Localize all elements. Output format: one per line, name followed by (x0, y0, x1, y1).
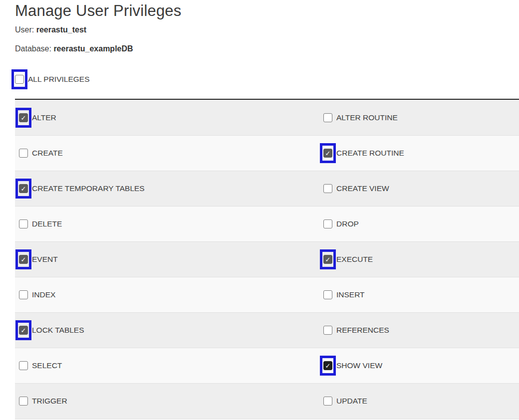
checkbox-alter-routine[interactable] (323, 113, 332, 122)
privilege-label-event[interactable]: EVENT (32, 255, 58, 264)
table-row: DELETE DROP (15, 206, 519, 241)
checkbox-wrap (19, 219, 28, 228)
checkbox-wrap: ✓ (323, 255, 332, 264)
page-header: Manage User Privileges User: reerastu_te… (0, 0, 519, 54)
privilege-label-update[interactable]: UPDATE (336, 397, 367, 406)
checkbox-references[interactable] (323, 326, 332, 335)
table-row: ✓ LOCK TABLES REFERENCES (15, 312, 519, 348)
database-value: reerastu_exampleDB (53, 44, 133, 53)
database-line: Database: reerastu_exampleDB (15, 44, 519, 54)
table-row: ✓ CREATE TEMPORARY TABLES CREATE VIEW (15, 171, 519, 206)
checkbox-wrap: ✓ (323, 149, 332, 158)
checkbox-wrap (19, 397, 28, 406)
privilege-label-create-routine[interactable]: CREATE ROUTINE (336, 149, 404, 158)
privilege-label-create-temporary-tables[interactable]: CREATE TEMPORARY TABLES (32, 184, 145, 193)
privilege-label-select[interactable]: SELECT (32, 361, 62, 370)
privilege-label-delete[interactable]: DELETE (32, 219, 62, 228)
table-row: ✓ EVENT ✓ EXECUTE (15, 241, 519, 277)
privilege-option[interactable]: ✓ EXECUTE (319, 242, 519, 277)
privilege-label-drop[interactable]: DROP (336, 219, 359, 228)
checkbox-delete[interactable] (19, 219, 28, 228)
privilege-option[interactable]: ALTER ROUTINE (319, 100, 519, 135)
checkbox-wrap (323, 184, 332, 193)
privilege-option[interactable]: SELECT (15, 348, 319, 383)
checkbox-index[interactable] (19, 290, 28, 299)
privilege-label-show-view[interactable]: SHOW VIEW (336, 361, 382, 370)
privilege-option[interactable]: INDEX (15, 277, 319, 312)
privilege-option[interactable]: INSERT (319, 277, 519, 312)
checkbox-wrap: ✓ (19, 255, 28, 264)
database-label: Database: (15, 44, 51, 53)
privilege-option[interactable]: ✓ CREATE ROUTINE (319, 136, 519, 171)
privilege-option[interactable]: ✓ LOCK TABLES (15, 313, 319, 348)
checkbox-trigger[interactable] (19, 397, 28, 406)
checkbox-create-view[interactable] (323, 184, 332, 193)
checkbox-lock-tables[interactable]: ✓ (19, 326, 28, 335)
checkbox-wrap: ✓ (323, 361, 332, 370)
user-value: reerastu_test (36, 25, 87, 34)
privilege-option[interactable]: ✓ EVENT (15, 242, 319, 277)
checkbox-insert[interactable] (323, 290, 332, 299)
table-row: SELECT ✓ SHOW VIEW (15, 348, 519, 383)
privilege-option[interactable]: ✓ SHOW VIEW (319, 348, 519, 383)
checkbox-wrap (323, 326, 332, 335)
privilege-label-alter[interactable]: ALTER (32, 113, 56, 122)
checkbox-execute[interactable]: ✓ (323, 255, 332, 264)
checkbox-create[interactable] (19, 149, 28, 158)
all-privileges-option[interactable]: ALL PRIVILEGES (15, 75, 519, 84)
privileges-rows: ✓ ALTER ALTER ROUTINE CREATE ✓ (15, 100, 519, 419)
privilege-option[interactable]: ✓ ALTER (15, 100, 319, 135)
user-line: User: reerastu_test (15, 25, 519, 35)
checkbox-alter[interactable]: ✓ (19, 113, 28, 122)
table-row: CREATE ✓ CREATE ROUTINE (15, 135, 519, 171)
checkbox-wrap (19, 290, 28, 299)
privilege-option[interactable]: ✓ CREATE TEMPORARY TABLES (15, 171, 319, 206)
privilege-label-references[interactable]: REFERENCES (336, 326, 389, 335)
checkbox-wrap: ✓ (19, 326, 28, 335)
all-privileges-checkbox-wrap (15, 75, 24, 84)
user-label: User: (15, 25, 34, 34)
privilege-option[interactable]: REFERENCES (319, 313, 519, 348)
privilege-option[interactable]: CREATE VIEW (319, 171, 519, 206)
table-row: INDEX INSERT (15, 277, 519, 312)
privilege-option[interactable]: CREATE (15, 136, 319, 171)
privilege-label-index[interactable]: INDEX (32, 290, 55, 299)
privileges-table: ✓ ALTER ALTER ROUTINE CREATE ✓ (15, 99, 519, 420)
checkbox-event[interactable]: ✓ (19, 255, 28, 264)
privilege-label-alter-routine[interactable]: ALTER ROUTINE (336, 113, 398, 122)
privilege-option[interactable]: DELETE (15, 207, 319, 241)
checkbox-wrap (19, 149, 28, 158)
checkbox-show-view[interactable]: ✓ (323, 361, 332, 370)
privilege-label-trigger[interactable]: TRIGGER (32, 397, 67, 406)
checkbox-wrap (323, 290, 332, 299)
table-row: ✓ ALTER ALTER ROUTINE (15, 100, 519, 135)
privilege-label-lock-tables[interactable]: LOCK TABLES (32, 326, 84, 335)
privilege-label-create[interactable]: CREATE (32, 149, 63, 158)
checkbox-wrap (19, 361, 28, 370)
checkbox-create-routine[interactable]: ✓ (323, 149, 332, 158)
page-title: Manage User Privileges (15, 0, 519, 21)
checkbox-wrap: ✓ (19, 184, 28, 193)
table-row: TRIGGER UPDATE (15, 383, 519, 419)
privilege-option[interactable]: UPDATE (319, 384, 519, 419)
privilege-label-create-view[interactable]: CREATE VIEW (336, 184, 389, 193)
privilege-label-execute[interactable]: EXECUTE (336, 255, 373, 264)
all-privileges-label[interactable]: ALL PRIVILEGES (28, 75, 90, 84)
checkbox-create-temporary-tables[interactable]: ✓ (19, 184, 28, 193)
privilege-option[interactable]: DROP (319, 207, 519, 241)
checkbox-update[interactable] (323, 397, 332, 406)
checkbox-all-privileges[interactable] (15, 75, 24, 84)
privilege-label-insert[interactable]: INSERT (336, 290, 365, 299)
privilege-option[interactable]: TRIGGER (15, 384, 319, 419)
checkbox-wrap (323, 219, 332, 228)
checkbox-wrap: ✓ (19, 113, 28, 122)
checkbox-wrap (323, 397, 332, 406)
checkbox-wrap (323, 113, 332, 122)
checkbox-select[interactable] (19, 361, 28, 370)
checkbox-drop[interactable] (323, 219, 332, 228)
